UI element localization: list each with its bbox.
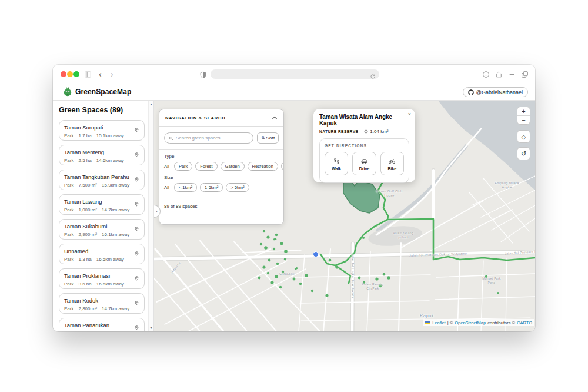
panel-header[interactable]: NAVIGATION & SEARCH xyxy=(159,109,283,127)
green-space-card[interactable]: Taman Tangkuban Perahu Park 7,500 m² 15.… xyxy=(59,170,145,190)
user-location-dot xyxy=(313,252,319,257)
space-name: Unnamed xyxy=(64,248,88,254)
sort-button[interactable]: ⇅ Sort xyxy=(257,132,279,144)
green-space-card[interactable]: Taman Sukabumi Park 2,900 m² 16.1km away xyxy=(59,219,145,240)
browser-chrome: ‹ › xyxy=(53,65,535,84)
close-window-button[interactable] xyxy=(61,71,66,77)
map-area[interactable]: Empang MuaraAngkeCrown Golf ClubHousekol… xyxy=(154,101,535,331)
size-filter-chip[interactable]: < 1km² xyxy=(174,183,197,192)
sidebar-title: Green Spaces (89) xyxy=(59,106,123,114)
space-size: 1.3 ha xyxy=(78,257,91,262)
close-icon[interactable]: × xyxy=(408,111,411,117)
reset-view-button[interactable]: ↺ xyxy=(517,147,530,160)
main-content: Green Spaces (89) Taman Suropati xyxy=(53,101,535,331)
space-distance: 15.1km away xyxy=(96,133,124,138)
github-icon xyxy=(468,89,474,95)
car-icon xyxy=(360,157,368,165)
address-bar[interactable] xyxy=(211,69,379,79)
size-filter-chip[interactable]: > 5km² xyxy=(226,183,249,192)
walk-label: Walk xyxy=(332,167,341,171)
green-space-card[interactable]: Taman Lawang Park 1,000 m² 14.7km away xyxy=(59,194,145,215)
space-name: Taman Sukabumi xyxy=(64,223,107,230)
app-logo xyxy=(62,87,73,97)
carto-link[interactable]: CARTO xyxy=(517,320,532,325)
green-space-list: Taman Suropati Park 1.7 ha 15.1km away xyxy=(59,120,145,331)
chevron-up-icon[interactable] xyxy=(272,115,278,120)
size-all-option[interactable]: All xyxy=(164,185,169,190)
tab-overview-icon[interactable] xyxy=(520,70,529,78)
search-input[interactable] xyxy=(176,135,249,141)
space-size: 7,500 m² xyxy=(78,182,97,188)
type-filter-chip[interactable]: Park xyxy=(174,162,192,171)
new-tab-icon[interactable] xyxy=(507,70,516,78)
type-filter-label: Type xyxy=(164,154,279,159)
type-filter-chip[interactable]: Garden xyxy=(220,162,245,171)
back-button[interactable]: ‹ xyxy=(99,70,102,78)
walk-button[interactable]: Walk xyxy=(325,152,348,175)
downloads-icon[interactable] xyxy=(482,70,490,78)
location-pin-icon xyxy=(134,149,139,154)
type-filter-chip[interactable]: Recreation xyxy=(248,162,278,171)
space-size: 1,000 m² xyxy=(78,207,97,212)
results-count: 89 of 89 spaces xyxy=(164,204,279,209)
sidebar-scrollbar[interactable]: ▲ ▼ xyxy=(148,101,153,331)
fullscreen-window-button[interactable] xyxy=(74,71,79,77)
space-size: 1.7 ha xyxy=(78,133,91,138)
share-icon[interactable] xyxy=(495,70,503,78)
space-type: Park xyxy=(64,182,74,188)
bicycle-icon xyxy=(388,157,396,165)
space-type: Park xyxy=(64,281,74,287)
privacy-shield-icon[interactable] xyxy=(199,71,207,79)
space-name: Taman Lawang xyxy=(64,198,102,205)
type-filter-chip[interactable]: Forest xyxy=(195,162,217,171)
space-distance: 16.1km away xyxy=(102,232,129,237)
fit-bounds-button[interactable]: ◇ xyxy=(517,130,530,143)
minimize-window-button[interactable] xyxy=(67,71,73,77)
leaflet-link[interactable]: Leaflet xyxy=(432,320,446,325)
osm-link[interactable]: OpenStreetMap xyxy=(455,320,486,325)
space-size: 2,900 m² xyxy=(78,232,97,237)
drive-button[interactable]: Drive xyxy=(352,152,376,175)
popup-title: Taman Wisata Alam Angke Kapuk xyxy=(319,114,409,127)
location-pin-icon xyxy=(134,297,139,303)
zoom-control: + − xyxy=(517,107,530,125)
forward-button[interactable]: › xyxy=(111,70,113,78)
sort-label: Sort xyxy=(266,135,275,141)
green-space-card[interactable]: Taman Suropati Park 1.7 ha 15.1km away xyxy=(59,120,145,141)
zoom-out-button[interactable]: − xyxy=(517,116,530,125)
navigation-search-panel: NAVIGATION & SEARCH ⇅ Sort xyxy=(159,109,284,225)
panel-title: NAVIGATION & SEARCH xyxy=(165,115,225,121)
footprints-icon xyxy=(333,157,340,165)
green-space-card[interactable]: Taman Panarukan xyxy=(59,318,145,331)
scroll-down-arrow[interactable]: ▼ xyxy=(149,326,153,330)
reserve-polygon[interactable] xyxy=(343,180,380,213)
area-value: 1.04 km² xyxy=(370,129,388,134)
drive-label: Drive xyxy=(359,167,370,171)
bike-button[interactable]: Bike xyxy=(380,152,404,175)
reload-icon[interactable] xyxy=(370,71,376,77)
green-space-card[interactable]: Taman Menteng Park 2.5 ha 14.6km away xyxy=(59,145,145,165)
scroll-up-arrow[interactable]: ▲ xyxy=(149,102,153,106)
zoom-in-button[interactable]: + xyxy=(517,107,530,116)
green-space-card[interactable]: Taman Proklamasi Park 3.6 ha 16.6km away xyxy=(59,268,145,289)
space-distance: 16.5km away xyxy=(96,257,124,262)
space-size: 2,800 m² xyxy=(78,306,97,311)
user-badge-label: @GabrielNathanael xyxy=(476,89,523,95)
size-filter-chip[interactable]: 1-5km² xyxy=(200,183,223,192)
search-icon xyxy=(169,136,173,141)
sidebar-toggle-icon[interactable] xyxy=(83,70,92,78)
area-icon xyxy=(364,129,368,134)
attribution-sep1: | © xyxy=(447,320,453,325)
map-attribution: Leaflet | © OpenStreetMap contributors ©… xyxy=(423,319,534,326)
location-pin-icon xyxy=(134,322,139,327)
type-options: ParkForestGardenRecreationReserve xyxy=(174,162,284,171)
sidebar: Green Spaces (89) Taman Suropati xyxy=(53,101,154,331)
sort-arrows-icon: ⇅ xyxy=(261,135,265,141)
space-size: 3.6 ha xyxy=(78,281,91,287)
green-space-card[interactable]: Unnamed Park 1.3 ha 16.5km away xyxy=(59,244,145,264)
github-user-badge[interactable]: @GabrielNathanael xyxy=(463,87,528,97)
type-filter-chip[interactable]: Reserve xyxy=(281,162,284,171)
page: ‹ › xyxy=(0,0,588,392)
green-space-card[interactable]: Taman Kodok Park 2,800 m² 14.7km away xyxy=(59,293,145,314)
type-all-option[interactable]: All xyxy=(164,164,169,169)
